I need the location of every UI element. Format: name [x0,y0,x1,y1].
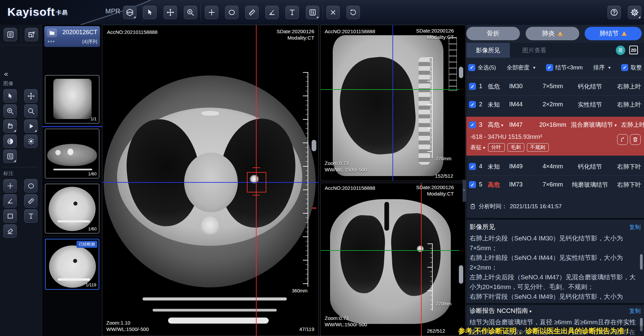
nodule-row-5[interactable]: 5 高危 IM73 7×6mm 纯磨玻璃结节 右肺下叶 [466,175,644,193]
nodule-row-3-selected[interactable]: 3 高危 IM47 20×16mm 混合磨玻璃结节 左肺上叶 -618 - 34… [466,117,644,156]
crosshair-vertical-blue[interactable] [392,25,393,181]
coronal-viewport[interactable]: 270mm AccNO:202101158888 SDate:20200126 … [320,183,466,336]
nodule-location: 右肺下叶 [609,181,641,189]
accession-number: AccNO:202101158888 [107,29,158,35]
series-thumbnail-axial[interactable]: 1/60 [45,129,99,178]
text-annotation-button[interactable] [24,209,38,223]
brightness-tool-button[interactable] [24,134,38,148]
nodule-risk-dropdown[interactable]: 高危 [488,121,509,129]
nodule-row-2[interactable]: 2 未知 IM44 2×2mm 实性结节 右肺上叶 [466,95,644,113]
cine-play-button[interactable] [24,119,38,133]
tab-findings[interactable]: 影像所见 [466,43,510,58]
nodule-row-4[interactable]: 4 未知 IM49 4×4mm 钙化结节 右肺下叶 [466,158,644,175]
row-checkbox[interactable] [469,181,476,188]
report-icon[interactable] [616,46,625,55]
select-all-checkbox[interactable]: 全选(5) [468,64,496,71]
checkbox-checked-icon[interactable] [621,64,628,71]
pan-tool-button[interactable] [24,89,38,103]
close-layout-button[interactable] [25,28,38,41]
rectangle-annotation-button[interactable] [3,209,17,223]
mode-tab-fracture[interactable]: 骨折 [466,27,520,40]
accession-number: AccNO:202101158888 [325,185,375,191]
2d-view-icon[interactable]: 2D [629,46,638,54]
window-level-tool-button[interactable] [306,6,319,19]
clear-annotations-button[interactable] [326,6,340,19]
tab-image-view[interactable]: 图片查看 [516,43,553,58]
axial-viewport[interactable]: 360mm AccNO:202101158888 SDate:20200126 … [102,25,319,336]
row-checkbox[interactable] [469,121,476,128]
zoom-in-tool-button[interactable] [3,104,17,118]
nodule-type-dropdown[interactable]: 混合磨玻璃结节 [571,121,617,129]
density-filter-dropdown[interactable]: 全部密度 [506,64,535,71]
mode-tab-lung-nodule[interactable]: 肺结节 [585,27,642,40]
nodule-location: 右肺上叶 [609,82,641,91]
cursor-tool-button[interactable] [3,89,17,103]
crosshair-annotation-button[interactable] [3,179,17,192]
crosshair-tool-button[interactable] [205,6,218,19]
rotate-tool-button[interactable] [3,119,17,133]
feature-dropdown[interactable]: 表征 [470,144,485,151]
accession-number: AccNO:202101158888 [325,29,375,34]
mode-tab-pneumonia[interactable]: 肺炎 [526,27,579,40]
ellipse-tool-button[interactable] [225,6,238,19]
text-tool-button[interactable] [285,6,299,19]
mpr-mode-button[interactable] [123,6,137,19]
checkbox-checked-icon[interactable] [468,64,475,71]
report-title-dropdown[interactable]: 诊断报告 NCCN指南 [470,306,532,315]
report-header: 诊断报告 NCCN指南 复制 [470,306,641,316]
ruler-tool-button[interactable] [245,6,259,19]
copy-report-button[interactable]: 复制 [629,307,641,315]
reset-view-button[interactable] [346,6,360,19]
slice-scrollbar-thumb[interactable] [459,265,463,284]
nodule-size: 7×5mm [535,83,571,90]
feature-chip: 毛刺 [507,143,524,152]
nodule-location-dropdown[interactable]: 左肺上叶 [617,121,644,129]
series-thumbnail-selected[interactable]: 已经检测 1/119 [45,239,99,290]
row-checkbox[interactable] [469,101,476,108]
zoom-in-tool-button[interactable] [184,6,197,19]
row-checkbox[interactable] [469,163,476,170]
study-header[interactable]: 20200126CT *** (4)序列 [44,26,100,47]
crosshair-horizontal-blue[interactable] [102,182,318,183]
slice-scrollbar-thumb[interactable] [312,140,316,151]
window-level-tool-button[interactable] [3,150,17,163]
sort-dropdown[interactable]: 排序 [593,64,611,71]
pan-tool-button[interactable] [164,6,177,19]
nodule-image: IM30 [509,83,535,90]
sagittal-viewport[interactable]: 270mm AccNO:202101158888 SDate:20200126 … [320,25,466,181]
angle-tool-button[interactable] [265,6,279,19]
ruler-annotation-button[interactable] [24,194,38,208]
series-thumbnail-axial-wide[interactable]: 1/60 [45,184,99,233]
copy-findings-button[interactable]: 复制 [629,223,641,231]
findings-scrollbar-thumb[interactable] [640,254,643,270]
cursor-tool-button[interactable] [143,6,157,19]
nodule-row-3-header[interactable]: 3 高危 IM47 20×16mm 混合磨玻璃结节 左肺上叶 [466,117,644,132]
collapse-sidebar-icon[interactable]: « [4,70,8,78]
checkbox-checked-icon[interactable] [546,64,553,71]
row-checkbox[interactable] [469,83,476,90]
ct-spine [200,216,220,234]
ellipse-annotation-button[interactable] [24,179,38,192]
crosshair-horizontal-green[interactable] [321,250,459,251]
locate-route-button[interactable] [617,134,628,145]
settings-button[interactable] [628,6,641,19]
magnify-tool-button[interactable] [24,104,38,118]
small-nodule-checkbox[interactable]: 结节<3mm [546,64,583,71]
series-thumbnail-scout[interactable]: 1/1 [45,75,99,123]
angle-annotation-button[interactable] [3,194,17,208]
nodule-row-1[interactable]: 1 低危 IM30 7×5mm 钙化结节 右肺上叶 [466,77,644,95]
finding-line: 左肺上叶尖后段（SeNO.4 IM47）见混合磨玻璃结节影，大小为20×16mm… [470,272,637,292]
nodule-bounding-box[interactable] [247,172,266,192]
crosshair-vertical-red[interactable] [421,183,422,336]
ct-trachea [384,202,389,231]
slice-scrollbar-thumb[interactable] [459,67,463,78]
crosshair-horizontal-green[interactable] [321,89,459,90]
nodule-image: IM47 [509,121,535,128]
help-button[interactable] [607,6,621,19]
delete-nodule-button[interactable] [630,134,641,145]
modality: Modality:CT [287,35,314,41]
round-checkbox[interactable]: 取整 [621,64,642,71]
eraser-annotation-button[interactable] [3,224,17,238]
series-list-button[interactable] [4,28,17,41]
contrast-tool-button[interactable] [3,134,17,148]
